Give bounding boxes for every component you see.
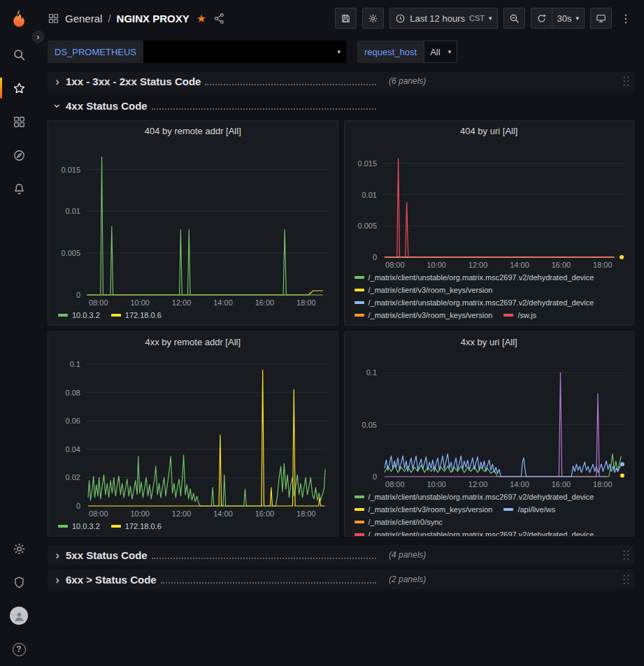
shield-icon [13,576,26,589]
legend-item[interactable]: /sw.js [503,309,536,321]
save-icon [341,13,351,24]
chevron-down-icon: ▾ [489,15,492,22]
legend-item[interactable]: /_matrix/client/v3/room_keys/version [355,309,493,321]
refresh-icon [536,13,547,24]
row-5xx[interactable]: › 5xx Status Code (4 panels) [48,545,634,565]
legend-item[interactable]: /_matrix/client/r0/sync [355,516,443,528]
series-swatch [355,533,364,536]
panel-legend: /_matrix/client/unstable/org.matrix.msc2… [345,491,634,536]
zoom-out-button[interactable] [503,8,525,29]
request-host-variable: request_host All ▾ [357,41,457,63]
datasource-variable-value[interactable]: ▾ [143,41,346,63]
series-name: 10.0.3.2 [72,520,100,533]
series-name: /sw.js [517,309,536,321]
favorite-star-icon[interactable]: ★ [196,12,206,25]
request-host-value-text: All [430,47,440,57]
legend-item[interactable]: /_matrix/client/v3/room_keys/version [355,284,493,296]
avatar-icon [10,607,28,625]
row-6xx[interactable]: › 6xx > Status Code (2 panels) [48,570,634,589]
share-icon [213,13,225,24]
flame-icon [8,8,29,29]
series-swatch [355,289,364,291]
cycle-view-mode-button[interactable] [590,8,612,29]
series-swatch [355,508,364,511]
drag-handle-icon[interactable] [622,549,630,561]
panel-4xx-by-uri: 4xx by uri [All] 00.050.108:0010:0012:00… [344,331,635,537]
svg-text:14:00: 14:00 [213,298,233,307]
user-avatar[interactable] [0,599,38,632]
legend-item[interactable]: /_matrix/client/unstable/org.matrix.msc2… [355,528,594,536]
series-name: 172.18.0.6 [125,520,162,533]
svg-text:0: 0 [372,253,376,261]
legend-item[interactable]: /_matrix/client/unstable/org.matrix.msc2… [355,296,594,309]
legend-item[interactable]: 172.18.0.6 [111,309,162,321]
grafana-logo[interactable] [0,0,38,38]
legend-item[interactable]: 10.0.3.2 [58,520,100,533]
timeseries-chart[interactable]: 00.050.108:0010:0012:0014:0016:0018:00 [345,352,634,491]
refresh-button[interactable] [531,8,552,29]
legend-item[interactable]: /_matrix/client/unstable/org.matrix.msc2… [355,491,594,503]
timeseries-chart[interactable]: 00.020.040.060.080.108:0010:0012:0014:00… [48,352,338,520]
sidebar: ? [0,0,38,666]
dotted-leader [152,108,376,110]
search-icon [13,48,26,61]
legend-item[interactable]: /_matrix/client/v3/room_keys/version [355,503,493,516]
legend-item[interactable]: /_matrix/client/unstable/org.matrix.msc2… [355,271,594,284]
panel-title[interactable]: 404 by remote addr [All] [48,121,338,140]
help-icon: ? [13,643,26,656]
drag-handle-icon[interactable] [622,574,630,586]
legend-item[interactable]: 10.0.3.2 [58,309,100,321]
row-1xx-3xx-2xx[interactable]: › 1xx - 3xx - 2xx Status Code (6 panels) [48,71,634,91]
sidebar-item-configuration[interactable] [0,532,38,565]
request-host-variable-value[interactable]: All ▾ [424,41,457,63]
series-name: /_matrix/client/unstable/org.matrix.msc2… [368,491,594,503]
sidebar-item-starred[interactable] [0,71,38,105]
sidebar-expand-toggle[interactable]: › [32,31,44,43]
dashboard-title[interactable]: NGINX PROXY [117,13,189,24]
time-range-picker[interactable]: Last 12 hours CST ▾ [389,8,497,29]
row-title: 5xx Status Code [66,549,148,561]
datasource-variable-label[interactable]: DS_PROMETHEUS [48,41,143,63]
row-panel-count: (2 panels) [389,574,426,584]
row-title-group: › 4xx Status Code [48,100,380,112]
svg-text:0.1: 0.1 [70,360,80,368]
timeseries-chart[interactable]: 00.0050.010.01508:0010:0012:0014:0016:00… [48,140,338,309]
sidebar-item-explore[interactable] [0,138,38,172]
sidebar-item-dashboards[interactable] [0,105,38,138]
share-button[interactable] [212,11,227,26]
drag-handle-icon[interactable] [622,75,630,87]
request-host-variable-label[interactable]: request_host [357,41,424,63]
row-panel-count: (4 panels) [389,550,426,560]
svg-text:12:00: 12:00 [468,261,487,269]
more-options-button[interactable]: ⋮ [617,12,634,25]
sidebar-item-help[interactable]: ? [0,632,38,666]
star-icon [13,82,26,95]
sidebar-item-search[interactable] [0,38,38,71]
svg-text:16:00: 16:00 [255,298,275,307]
sidebar-item-alerting[interactable] [0,172,38,205]
dashboard-settings-button[interactable] [362,8,384,29]
svg-text:14:00: 14:00 [510,261,529,269]
series-name: /api/live/ws [517,503,555,516]
breadcrumb-section[interactable]: General [65,13,102,24]
clock-icon [395,13,406,24]
svg-text:0.02: 0.02 [66,473,80,482]
legend-item[interactable]: 172.18.0.6 [111,520,162,533]
panel-title[interactable]: 404 by uri [All] [345,121,634,140]
svg-text:0.04: 0.04 [66,445,80,454]
svg-text:18:00: 18:00 [296,509,316,518]
sidebar-item-server-admin[interactable] [0,565,38,599]
refresh-interval-picker[interactable]: 30s ▾ [552,8,585,29]
topbar: General / NGINX PROXY ★ [38,0,644,36]
bell-icon [13,182,26,196]
svg-text:0.05: 0.05 [362,421,376,429]
legend-item[interactable]: /api/live/ws [503,503,555,516]
svg-text:0.005: 0.005 [357,222,377,230]
panel-title[interactable]: 4xx by remote addr [All] [48,332,338,352]
panel-title[interactable]: 4xx by uri [All] [345,332,634,352]
timeseries-chart[interactable]: 00.0050.010.01508:0010:0012:0014:0016:00… [345,140,634,271]
breadcrumb: General / NGINX PROXY ★ [48,11,227,26]
save-dashboard-button[interactable] [335,8,357,29]
row-4xx[interactable]: › 4xx Status Code [48,96,634,115]
variables-bar: DS_PROMETHEUS ▾ request_host All ▾ [38,36,644,70]
